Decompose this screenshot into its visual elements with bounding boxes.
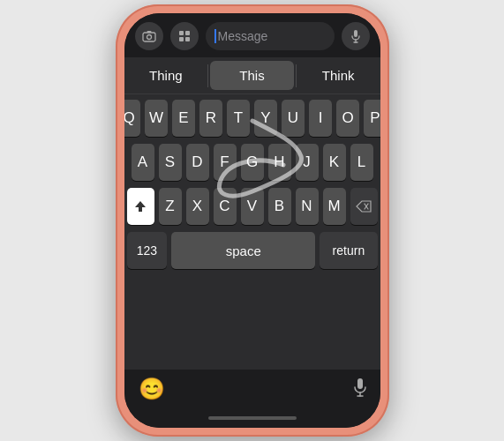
key-v[interactable]: V (241, 188, 264, 225)
home-indicator (208, 416, 297, 420)
svg-rect-7 (354, 30, 357, 37)
key-z[interactable]: Z (159, 188, 182, 225)
predictive-bar: Thing This Think (124, 57, 380, 94)
message-placeholder: Message (218, 29, 268, 43)
predictive-item-thing[interactable]: Thing (124, 57, 208, 93)
svg-rect-2 (147, 31, 151, 33)
key-c[interactable]: C (214, 188, 237, 225)
return-key[interactable]: return (320, 232, 377, 269)
svg-rect-4 (185, 31, 190, 35)
key-s[interactable]: S (159, 144, 182, 181)
space-key[interactable]: space (171, 232, 315, 269)
phone-frame: Message Thing This Think (116, 4, 389, 437)
key-o[interactable]: O (336, 100, 359, 137)
key-p[interactable]: P (364, 100, 380, 137)
key-l[interactable]: L (350, 144, 373, 181)
key-j[interactable]: J (296, 144, 319, 181)
key-g[interactable]: G (241, 144, 264, 181)
bottom-bar: 😊 (124, 370, 380, 408)
key-r[interactable]: R (199, 100, 222, 137)
key-e[interactable]: E (172, 100, 195, 137)
key-y[interactable]: Y (254, 100, 277, 137)
phone-screen: Message Thing This Think (124, 13, 380, 428)
key-m[interactable]: M (323, 188, 346, 225)
svg-rect-5 (179, 37, 184, 41)
emoji-button[interactable]: 😊 (139, 377, 165, 401)
predictive-item-this[interactable]: This (210, 61, 294, 90)
svg-rect-3 (179, 31, 184, 35)
mic-button[interactable] (342, 22, 370, 50)
key-row-3: Z X C V B N M (127, 188, 378, 225)
key-w[interactable]: W (145, 100, 168, 137)
home-indicator-bar (124, 408, 380, 428)
key-row-2: A S D F G H J K L (127, 144, 378, 181)
key-q[interactable]: Q (124, 100, 141, 137)
bottom-mic-button[interactable] (354, 377, 366, 401)
apps-button[interactable] (170, 22, 199, 50)
top-bar: Message (124, 13, 380, 57)
key-k[interactable]: K (323, 144, 346, 181)
key-b[interactable]: B (268, 188, 291, 225)
svg-point-1 (147, 35, 151, 40)
message-input[interactable]: Message (206, 22, 335, 50)
key-d[interactable]: D (186, 144, 209, 181)
pred-divider-1 (207, 64, 208, 87)
camera-button[interactable] (135, 22, 163, 50)
predictive-item-think[interactable]: Think (297, 57, 380, 93)
key-row-1: Q W E R T Y U I O P (127, 100, 378, 137)
key-t[interactable]: T (227, 100, 250, 137)
keyboard: Q W E R T Y U I O P A S D F G H J K (124, 94, 380, 370)
svg-rect-0 (143, 33, 155, 41)
shift-key[interactable] (127, 188, 154, 225)
key-x[interactable]: X (186, 188, 209, 225)
numbers-key[interactable]: 123 (127, 232, 168, 269)
key-row-4: 123 space return (127, 232, 378, 269)
key-u[interactable]: U (282, 100, 305, 137)
key-i[interactable]: I (309, 100, 332, 137)
svg-rect-12 (357, 378, 363, 389)
delete-key[interactable] (350, 188, 378, 225)
key-a[interactable]: A (132, 144, 154, 181)
text-cursor (214, 29, 216, 43)
key-n[interactable]: N (296, 188, 319, 225)
key-f[interactable]: F (214, 144, 237, 181)
svg-rect-6 (185, 37, 190, 41)
key-h[interactable]: H (268, 144, 291, 181)
